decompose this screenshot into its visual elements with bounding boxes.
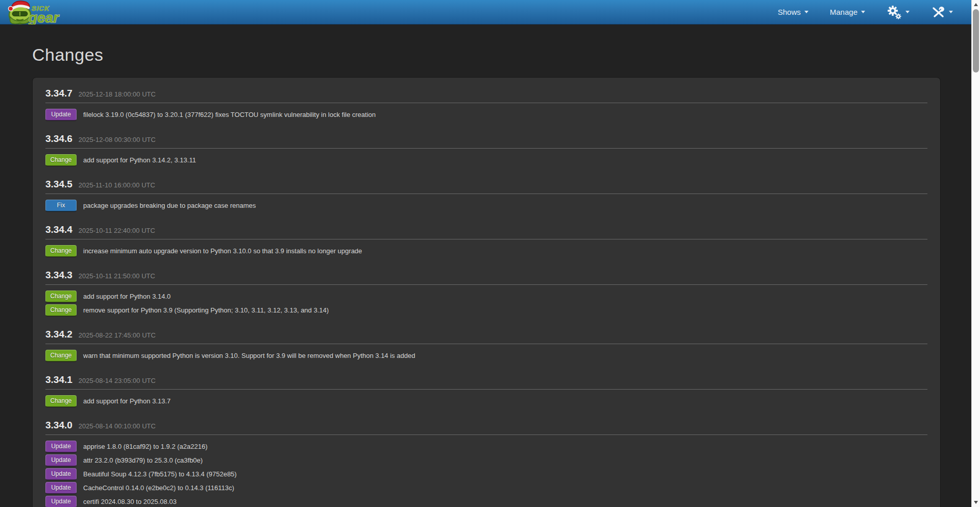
tools-icon [931, 6, 945, 19]
change-type-badge: Update [45, 496, 77, 507]
nav-manage-label: Manage [830, 8, 857, 16]
release-section: 3.34.12025-08-14 23:05:00 UTCChangeadd s… [45, 374, 927, 407]
entry-text: add support for Python 3.14.2, 3.13.11 [83, 156, 196, 164]
changelog-entry: Changeadd support for Python 3.14.2, 3.1… [45, 154, 927, 166]
gears-icon [887, 5, 902, 19]
changelog-entry: Changeremove support for Python 3.9 (Sup… [45, 304, 927, 316]
chevron-down-icon [949, 11, 953, 13]
release-version: 3.34.7 [45, 88, 72, 99]
release-section: 3.34.52025-11-10 16:00:00 UTCFixpackage … [45, 179, 927, 211]
scroll-down-arrow-icon[interactable] [974, 501, 978, 504]
release-header: 3.34.32025-10-11 21:50:00 UTC [45, 270, 927, 281]
entry-text: CacheControl 0.14.0 (e2be0c2) to 0.14.3 … [83, 484, 234, 492]
entry-text: increase minimum auto upgrade version to… [83, 247, 362, 255]
scrollbar-thumb[interactable] [973, 9, 979, 73]
change-type-badge: Update [45, 482, 77, 494]
release-section: 3.34.32025-10-11 21:50:00 UTCChangeadd s… [45, 270, 927, 316]
changelog-entry: Changewarn that minimum supported Python… [45, 350, 927, 361]
changelog-entry: Updatecertifi 2024.08.30 to 2025.08.03 [45, 496, 927, 507]
release-header: 3.34.52025-11-10 16:00:00 UTC [45, 179, 927, 190]
nav-tools-menu[interactable] [924, 1, 960, 24]
changelog-entry: Updatefilelock 3.19.0 (0c54837) to 3.20.… [45, 109, 927, 120]
entry-text: add support for Python 3.14.0 [83, 293, 170, 301]
release-date: 2025-08-14 00:10:00 UTC [79, 422, 156, 430]
release-version: 3.34.5 [45, 179, 72, 190]
entry-text: attr 23.2.0 (b393d79) to 25.3.0 (ca3fb0e… [83, 456, 203, 465]
change-type-badge: Change [45, 154, 77, 166]
top-navbar: SICK gear Shows Manage [0, 0, 971, 25]
release-version: 3.34.3 [45, 270, 72, 281]
sickgear-logo[interactable]: SICK gear [3, 0, 63, 25]
release-header: 3.34.12025-08-14 23:05:00 UTC [45, 374, 927, 385]
nav-shows-label: Shows [778, 8, 801, 16]
entry-text: warn that minimum supported Python is ve… [83, 352, 415, 360]
scroll-up-arrow-icon[interactable] [974, 3, 978, 6]
changelog-entry: Changeadd support for Python 3.14.0 [45, 291, 927, 302]
changelog-entry: Updateattr 23.2.0 (b393d79) to 25.3.0 (c… [45, 454, 927, 466]
change-type-badge: Update [45, 109, 77, 120]
sickgear-logo-image: SICK gear [3, 0, 63, 25]
entry-text: package upgrades breaking due to package… [83, 202, 256, 210]
changelog-entry: Fixpackage upgrades breaking due to pack… [45, 200, 927, 211]
change-type-badge: Update [45, 441, 77, 452]
entry-text: add support for Python 3.13.7 [83, 397, 170, 405]
release-divider [45, 239, 927, 239]
nav-shows-menu[interactable]: Shows [771, 3, 816, 21]
change-type-badge: Change [45, 291, 77, 302]
release-date: 2025-12-08 00:30:00 UTC [79, 136, 156, 143]
svg-text:gear: gear [28, 10, 60, 25]
release-divider [45, 434, 927, 435]
nav-config-menu[interactable] [879, 0, 917, 25]
page-title: Changes [32, 45, 971, 65]
release-header: 3.34.62025-12-08 00:30:00 UTC [45, 133, 927, 144]
release-version: 3.34.0 [45, 420, 72, 431]
release-section: 3.34.22025-08-22 17:45:00 UTCChangewarn … [45, 329, 927, 361]
change-type-badge: Change [45, 304, 77, 316]
nav-manage-menu[interactable]: Manage [823, 3, 872, 21]
release-version: 3.34.1 [45, 374, 72, 385]
release-header: 3.34.02025-08-14 00:10:00 UTC [45, 420, 927, 431]
entry-text: Beautiful Soup 4.12.3 (7fb5175) to 4.13.… [83, 470, 237, 478]
release-section: 3.34.62025-12-08 00:30:00 UTCChangeadd s… [45, 133, 927, 166]
chevron-down-icon [861, 11, 865, 13]
vertical-scrollbar[interactable] [971, 0, 980, 507]
entry-text: apprise 1.8.0 (81caf92) to 1.9.2 (a2a221… [83, 443, 208, 451]
release-date: 2025-11-10 16:00:00 UTC [79, 181, 155, 189]
changelog-entry: UpdateBeautiful Soup 4.12.3 (7fb5175) to… [45, 468, 927, 480]
change-type-badge: Change [45, 350, 77, 361]
release-version: 3.34.6 [45, 133, 72, 144]
change-type-badge: Change [45, 395, 77, 407]
main-content: Changes 3.34.72025-12-18 18:00:00 UTCUpd… [0, 45, 971, 507]
release-header: 3.34.72025-12-18 18:00:00 UTC [45, 88, 927, 99]
release-divider [45, 284, 927, 285]
changelog-entry: Updateapprise 1.8.0 (81caf92) to 1.9.2 (… [45, 441, 927, 452]
release-header: 3.34.22025-08-22 17:45:00 UTC [45, 329, 927, 340]
release-version: 3.34.4 [45, 224, 72, 235]
release-section: 3.34.42025-10-11 22:40:00 UTCChangeincre… [45, 224, 927, 257]
release-section: 3.34.72025-12-18 18:00:00 UTCUpdatefilel… [45, 88, 927, 120]
release-divider [45, 389, 927, 390]
release-version: 3.34.2 [45, 329, 72, 340]
app-viewport: SICK gear Shows Manage [0, 0, 971, 507]
release-date: 2025-12-18 18:00:00 UTC [79, 90, 156, 98]
entry-text: certifi 2024.08.30 to 2025.08.03 [83, 498, 177, 506]
change-type-badge: Fix [45, 200, 77, 211]
release-date: 2025-10-11 21:50:00 UTC [79, 272, 155, 280]
release-divider [45, 344, 927, 344]
entry-text: remove support for Python 3.9 (Supportin… [83, 306, 329, 315]
changelog-panel: 3.34.72025-12-18 18:00:00 UTCUpdatefilel… [32, 77, 941, 507]
chevron-down-icon [905, 11, 910, 13]
entry-text: filelock 3.19.0 (0c54837) to 3.20.1 (377… [83, 111, 376, 119]
change-type-badge: Change [45, 245, 77, 257]
release-divider [45, 148, 927, 149]
change-type-badge: Update [45, 454, 77, 466]
changelog-entry: Changeincrease minimum auto upgrade vers… [45, 245, 927, 257]
navbar-right-menu: Shows Manage [771, 0, 971, 25]
release-section: 3.34.02025-08-14 00:10:00 UTCUpdateappri… [45, 420, 927, 507]
release-date: 2025-08-14 23:05:00 UTC [79, 377, 156, 384]
chevron-down-icon [804, 11, 808, 13]
change-type-badge: Update [45, 468, 77, 480]
release-date: 2025-10-11 22:40:00 UTC [79, 227, 155, 234]
release-header: 3.34.42025-10-11 22:40:00 UTC [45, 224, 927, 235]
changelog-entry: Changeadd support for Python 3.13.7 [45, 395, 927, 407]
